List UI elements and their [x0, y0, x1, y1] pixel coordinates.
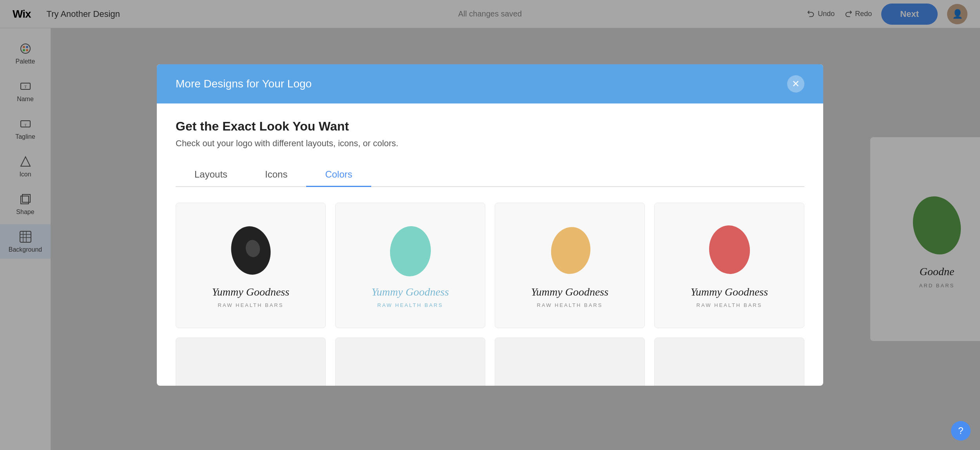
logo-card-black[interactable]: Yummy Goodness Raw Health Bars: [176, 203, 326, 328]
logo-designs-modal: More Designs for Your Logo ✕ Get the Exa…: [157, 64, 823, 386]
modal-tabs: Layouts Icons Colors: [176, 163, 804, 187]
logo-card-black-name: Yummy Goodness: [212, 286, 289, 298]
logo-card-empty-3[interactable]: [495, 338, 645, 386]
logo-card-orange-sub: Raw Health Bars: [537, 302, 603, 308]
logo-card-teal[interactable]: Yummy Goodness Raw Health Bars: [335, 203, 485, 328]
tab-colors[interactable]: Colors: [306, 163, 371, 186]
svg-point-20: [707, 223, 751, 276]
modal-body: Get the Exact Look You Want Check out yo…: [157, 103, 823, 386]
logo-card-teal-sub: Raw Health Bars: [377, 302, 443, 308]
modal-subtitle: Check out your logo with different layou…: [176, 138, 804, 149]
black-blob: [223, 223, 278, 282]
modal-header: More Designs for Your Logo ✕: [157, 64, 823, 103]
modal-close-button[interactable]: ✕: [787, 75, 804, 93]
logo-card-red-sub: Raw Health Bars: [697, 302, 762, 308]
logo-card-teal-name: Yummy Goodness: [372, 286, 449, 298]
logo-card-black-sub: Raw Health Bars: [218, 302, 284, 308]
svg-point-18: [388, 224, 433, 278]
red-blob: [702, 223, 757, 282]
logo-card-red[interactable]: Yummy Goodness Raw Health Bars: [654, 203, 804, 328]
logo-grid-bottom: [176, 338, 804, 386]
logo-card-orange-name: Yummy Goodness: [531, 286, 608, 298]
help-button[interactable]: ?: [951, 421, 971, 441]
teal-blob: [383, 223, 438, 282]
logo-card-orange[interactable]: Yummy Goodness Raw Health Bars: [495, 203, 645, 328]
logo-card-empty-1[interactable]: [176, 338, 326, 386]
logo-card-red-name: Yummy Goodness: [691, 286, 768, 298]
svg-point-19: [548, 224, 593, 276]
logo-card-empty-2[interactable]: [335, 338, 485, 386]
modal-headline: Get the Exact Look You Want: [176, 119, 804, 134]
tab-layouts[interactable]: Layouts: [176, 163, 246, 186]
modal-header-title: More Designs for Your Logo: [176, 78, 312, 90]
modal-overlay: More Designs for Your Logo ✕ Get the Exa…: [0, 0, 980, 450]
logo-card-empty-4[interactable]: [654, 338, 804, 386]
tab-icons[interactable]: Icons: [246, 163, 306, 186]
logo-grid-top: Yummy Goodness Raw Health Bars Yummy Goo…: [176, 203, 804, 328]
orange-blob: [543, 223, 597, 282]
